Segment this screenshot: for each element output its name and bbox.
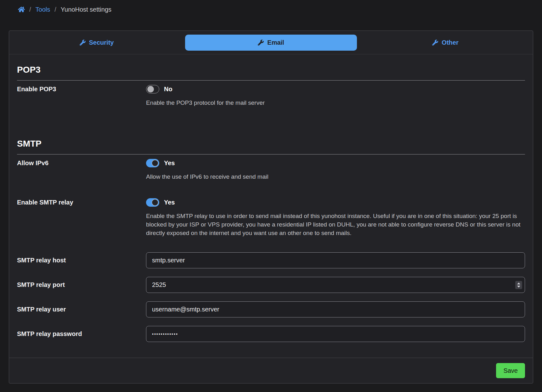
section-title-pop3: POP3 xyxy=(17,64,525,81)
breadcrumb-current-page: YunoHost settings xyxy=(61,6,111,13)
wrench-icon xyxy=(258,40,264,46)
tab-label: Other xyxy=(442,39,458,46)
breadcrumb: / Tools / YunoHost settings xyxy=(0,0,542,31)
spinner-down-icon xyxy=(517,286,520,288)
tab-other[interactable]: Other xyxy=(359,35,531,51)
home-icon xyxy=(18,6,25,13)
enable-smtp-relay-state-label: Yes xyxy=(164,199,175,206)
wrench-icon xyxy=(432,40,438,46)
settings-form: POP3 Enable POP3 No Enable the POP3 prot… xyxy=(9,54,533,358)
form-row-enable-smtp-relay: Enable SMTP relay Yes Enable the SMTP re… xyxy=(17,198,525,237)
spinner-up-icon xyxy=(517,283,520,284)
form-row-allow-ipv6: Allow IPv6 Yes Allow the use of IPv6 to … xyxy=(17,159,525,181)
section-smtp: SMTP Allow IPv6 Yes Allow the use of IPv… xyxy=(17,138,525,342)
field-label-enable-smtp-relay: Enable SMTP relay xyxy=(17,198,146,207)
form-row-enable-pop3: Enable POP3 No Enable the POP3 protocol … xyxy=(17,85,525,107)
tab-label: Email xyxy=(267,39,284,46)
field-description-enable-smtp-relay: Enable the SMTP relay to use in order to… xyxy=(146,212,525,237)
field-label-smtp-relay-password: SMTP relay password xyxy=(17,330,146,338)
home-link[interactable] xyxy=(18,6,25,13)
field-label-smtp-relay-port: SMTP relay port xyxy=(17,281,146,289)
form-row-smtp-relay-port: SMTP relay port xyxy=(17,277,525,293)
tab-bar: Security Email Other xyxy=(9,31,533,54)
tab-security[interactable]: Security xyxy=(11,35,183,51)
toggle-knob xyxy=(152,199,158,206)
allow-ipv6-state-label: Yes xyxy=(164,160,175,167)
form-row-smtp-relay-host: SMTP relay host xyxy=(17,252,525,268)
breadcrumb-separator: / xyxy=(29,6,31,13)
card-footer: Save xyxy=(9,358,533,383)
settings-card: Security Email Other POP3 Enable POP3 No xyxy=(9,31,533,384)
field-description-allow-ipv6: Allow the use of IPv6 to receive and sen… xyxy=(146,172,525,181)
field-label-enable-pop3: Enable POP3 xyxy=(17,85,146,93)
smtp-relay-password-input[interactable] xyxy=(146,326,525,342)
breadcrumb-separator: / xyxy=(54,6,56,13)
field-label-smtp-relay-user: SMTP relay user xyxy=(17,305,146,314)
number-spinner[interactable] xyxy=(515,281,522,289)
form-row-smtp-relay-user: SMTP relay user xyxy=(17,301,525,317)
section-pop3: POP3 Enable POP3 No Enable the POP3 prot… xyxy=(17,64,525,107)
toggle-knob xyxy=(147,86,154,92)
section-title-smtp: SMTP xyxy=(17,138,525,154)
save-button[interactable]: Save xyxy=(496,363,525,378)
field-description-enable-pop3: Enable the POP3 protocol for the mail se… xyxy=(146,98,525,107)
tab-email[interactable]: Email xyxy=(185,35,357,51)
form-row-smtp-relay-password: SMTP relay password xyxy=(17,326,525,342)
breadcrumb-tools-link[interactable]: Tools xyxy=(36,6,50,13)
tab-label: Security xyxy=(89,39,114,46)
smtp-relay-port-input[interactable] xyxy=(146,277,525,293)
smtp-relay-user-input[interactable] xyxy=(146,301,525,317)
allow-ipv6-toggle[interactable] xyxy=(146,159,159,167)
wrench-icon xyxy=(80,40,86,46)
toggle-knob xyxy=(152,160,158,166)
enable-pop3-toggle[interactable] xyxy=(146,85,159,93)
field-label-smtp-relay-host: SMTP relay host xyxy=(17,256,146,265)
field-label-allow-ipv6: Allow IPv6 xyxy=(17,159,146,167)
enable-smtp-relay-toggle[interactable] xyxy=(146,198,159,207)
smtp-relay-host-input[interactable] xyxy=(146,252,525,268)
enable-pop3-state-label: No xyxy=(164,86,172,93)
